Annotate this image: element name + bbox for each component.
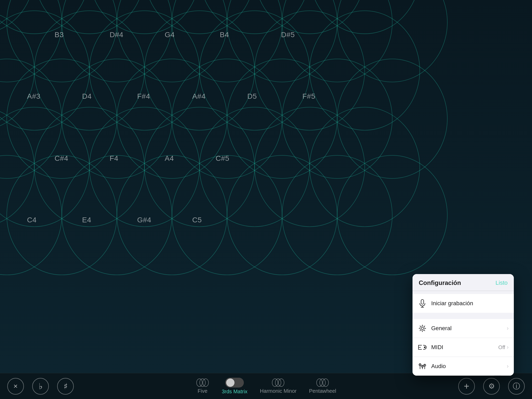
toolbar-item-harmonic[interactable]: Harmonic Minor (260, 378, 297, 394)
svg-rect-0 (421, 300, 424, 304)
svg-point-22 (317, 379, 322, 387)
popup-header: Configuración Listo (413, 274, 514, 291)
svg-point-16 (197, 379, 202, 387)
toolbar: × ♭ ♯ Five 3rds Matrix (0, 373, 532, 399)
audio-chevron: › (507, 363, 509, 370)
svg-point-9 (424, 347, 425, 348)
svg-point-24 (323, 379, 329, 387)
five-icon (196, 378, 209, 387)
midi-icon (418, 343, 427, 352)
svg-point-21 (278, 379, 284, 387)
popup-row-audio[interactable]: Audio › (413, 357, 514, 376)
gear-icon (418, 324, 427, 333)
settings-popup: Configuración Listo Iniciar grabación (413, 274, 514, 376)
toolbar-left: × ♭ ♯ (7, 378, 74, 395)
popup-row-audio-label: Audio (431, 363, 507, 370)
toolbar-center: Five 3rds Matrix Harmonic Minor (196, 378, 336, 395)
info-icon: ⓘ (513, 381, 520, 391)
toolbar-item-3rds[interactable]: 3rds Matrix (222, 378, 248, 395)
popup-done-button[interactable]: Listo (496, 280, 508, 286)
3rds-label: 3rds Matrix (222, 389, 248, 395)
svg-point-18 (203, 379, 209, 387)
svg-point-4 (420, 326, 425, 331)
popup-section-settings: General › MIDI Off › (413, 319, 514, 376)
info-button[interactable]: ⓘ (508, 378, 525, 395)
popup-row-midi[interactable]: MIDI Off › (413, 338, 514, 357)
toggle-knob (226, 378, 235, 387)
flat-icon: ♭ (39, 381, 43, 391)
penta-icon (316, 378, 329, 387)
midi-status: Off (498, 344, 505, 350)
popup-row-general[interactable]: General › (413, 319, 514, 338)
3rds-toggle[interactable] (225, 378, 244, 388)
close-button[interactable]: × (7, 378, 24, 395)
popup-row-record-label: Iniciar grabación (431, 300, 509, 307)
settings-button[interactable]: ⚙ (483, 378, 500, 395)
popup-section-record: Iniciar grabación (413, 294, 514, 313)
sharp-button[interactable]: ♯ (57, 378, 74, 395)
popup-row-record[interactable]: Iniciar grabación (413, 294, 514, 313)
mic-icon (418, 299, 427, 308)
svg-point-20 (275, 379, 281, 387)
add-button[interactable]: + (458, 378, 475, 395)
toolbar-item-five[interactable]: Five (196, 378, 209, 394)
popup-row-general-label: General (431, 325, 507, 332)
toolbar-item-penta[interactable]: Pentawheel (309, 378, 336, 394)
sharp-icon: ♯ (64, 381, 68, 391)
general-chevron: › (507, 325, 509, 332)
audio-icon (418, 362, 427, 371)
flat-button[interactable]: ♭ (32, 378, 49, 395)
svg-point-19 (272, 379, 278, 387)
popup-row-midi-label: MIDI (431, 344, 498, 351)
add-icon: + (464, 381, 469, 392)
close-icon: × (14, 382, 18, 390)
penta-label: Pentawheel (309, 388, 336, 394)
harmonic-icon (271, 378, 285, 387)
toolbar-right: + ⚙ ⓘ (458, 378, 525, 395)
svg-point-23 (320, 379, 325, 387)
popup-title: Configuración (419, 279, 461, 287)
harmonic-label: Harmonic Minor (260, 388, 297, 394)
five-label: Five (198, 388, 208, 394)
midi-right: Off › (498, 344, 509, 351)
svg-point-3 (421, 327, 424, 330)
svg-point-17 (200, 379, 205, 387)
settings-icon: ⚙ (488, 382, 495, 390)
